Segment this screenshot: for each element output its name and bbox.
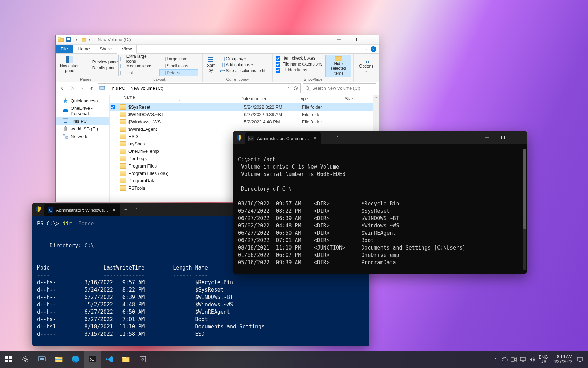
terminal-scrollbar-thumb[interactable]	[523, 149, 526, 229]
file-row[interactable]: $Windows.~WS5/2/2022 4:48 PMFile folder	[110, 118, 379, 125]
details-pane-button[interactable]: Details pane	[84, 65, 119, 71]
svg-rect-32	[63, 134, 65, 136]
maximize-button[interactable]	[495, 131, 511, 144]
generic-app-icon[interactable]	[134, 351, 151, 368]
layout-option[interactable]: Large icons	[159, 55, 198, 62]
layout-option[interactable]: Extra large icons	[119, 55, 158, 62]
file-explorer-taskbar-icon[interactable]	[50, 351, 67, 368]
size-all-columns-button[interactable]: Size all columns to fit	[219, 68, 266, 74]
settings-icon[interactable]	[17, 351, 34, 368]
taskbar[interactable]: ˄ ENGUS 8:14 AM6/27/2022	[0, 351, 588, 368]
explorer-titlebar[interactable]: ▾ ▾ | New Volume (C:)	[56, 35, 379, 45]
tab-share[interactable]: Share	[95, 45, 117, 53]
edge-browser-icon[interactable]	[67, 351, 84, 368]
start-button[interactable]	[0, 351, 17, 368]
svg-point-69	[142, 358, 144, 360]
cmd-window[interactable]: C:\ Administrator: Command Prom ✕ ＋ ˅ C:…	[233, 131, 527, 274]
new-tab-button[interactable]: ＋	[321, 135, 332, 141]
row-checkbox[interactable]	[111, 105, 115, 109]
close-button[interactable]	[363, 35, 379, 44]
address-bar[interactable]: › This PC › New Volume (C:) ˅	[98, 83, 291, 93]
layout-options[interactable]: Extra large iconsLarge iconsMedium icons…	[118, 55, 200, 76]
svg-rect-63	[55, 359, 62, 360]
options-button[interactable]: Options ▾	[356, 55, 377, 76]
file-row[interactable]: $SysReset5/24/2022 8:22 PMFile folder	[110, 103, 379, 111]
minimize-button[interactable]	[479, 131, 495, 144]
folder-icon	[120, 134, 126, 139]
tree-item[interactable]: workUSB (F:)	[56, 125, 109, 132]
folder-icon	[120, 141, 126, 146]
item-check-boxes-toggle[interactable]: Item check boxes	[275, 55, 323, 61]
maximize-button[interactable]	[347, 35, 363, 44]
minimize-button[interactable]	[331, 35, 347, 44]
back-button[interactable]	[58, 84, 66, 92]
tray-overflow-icon[interactable]: ˄	[491, 351, 500, 368]
qat-drop-icon[interactable]: ▾	[73, 36, 79, 43]
monitor-icon	[63, 118, 68, 124]
notifications-icon[interactable]	[576, 351, 584, 368]
hidden-items-toggle[interactable]: Hidden items	[275, 67, 323, 73]
hide-selected-items-button[interactable]: Hide selected items	[326, 55, 351, 77]
qat-save-icon[interactable]	[65, 36, 72, 43]
search-box[interactable]: Search New Volume (C:)	[303, 83, 376, 93]
language-indicator[interactable]: ENGUS	[537, 355, 550, 364]
clock[interactable]: 8:14 AM6/27/2022	[551, 355, 575, 364]
layout-option[interactable]: Medium icons	[119, 62, 158, 69]
file-row[interactable]: $WINDOWS.~BT6/27/2022 6:39 AMFile folder	[110, 111, 379, 118]
tab-close-icon[interactable]: ✕	[312, 136, 318, 141]
crumb-volume[interactable]: New Volume (C:)	[130, 86, 164, 91]
up-button[interactable]	[88, 84, 96, 92]
svg-rect-62	[55, 357, 58, 358]
svg-rect-31	[65, 126, 66, 127]
collapse-ribbon-icon[interactable]: ˄	[362, 48, 371, 53]
tree-item[interactable]: This PC	[56, 117, 109, 125]
group-by-button[interactable]: Group by ▾	[219, 56, 266, 62]
add-columns-button[interactable]: Add columns ▾	[219, 62, 266, 68]
qat-dropdown-icon[interactable]: ▾	[89, 38, 90, 41]
tree-item[interactable]: Network	[56, 132, 109, 140]
folder-tree[interactable]: Quick accessOneDrive - PersonalThis PCwo…	[56, 95, 110, 202]
tray-onedrive-icon[interactable]	[500, 351, 509, 368]
navigation-pane-button[interactable]: Navigation pane	[58, 54, 82, 76]
tree-item[interactable]: Quick access	[56, 97, 109, 104]
recent-dropdown-icon[interactable]: ▾	[78, 84, 86, 92]
svg-point-49	[24, 358, 26, 360]
explorer2-taskbar-icon[interactable]	[118, 351, 134, 368]
tab-home[interactable]: Home	[73, 45, 95, 53]
help-icon[interactable]: ?	[371, 46, 376, 52]
forward-button[interactable]	[68, 84, 76, 92]
new-tab-button[interactable]: ＋	[120, 206, 131, 213]
tray-meet-now-icon[interactable]	[510, 351, 518, 368]
svg-rect-15	[120, 71, 125, 75]
tree-item[interactable]: OneDrive - Personal	[56, 104, 109, 117]
layout-option[interactable]: List	[119, 69, 158, 76]
sort-by-button[interactable]: Sort by	[205, 54, 217, 76]
svg-rect-6	[354, 38, 357, 41]
terminal-taskbar-icon[interactable]	[84, 351, 101, 368]
tray-network-icon[interactable]	[519, 351, 527, 368]
close-button[interactable]	[511, 131, 527, 144]
tab-close-icon[interactable]: ✕	[111, 207, 117, 212]
task-view-icon[interactable]	[34, 351, 50, 368]
layout-option[interactable]: Small icons	[159, 62, 198, 69]
terminal-output[interactable]: C:\>dir /adh Volume in drive C is New Vo…	[233, 144, 527, 274]
address-dropdown-icon[interactable]: ˅	[288, 87, 289, 90]
refresh-button[interactable]	[291, 83, 301, 93]
tab-file[interactable]: File	[56, 45, 73, 53]
terminal-titlebar[interactable]: C:\ Administrator: Command Prom ✕ ＋ ˅	[233, 131, 527, 144]
show-desktop-button[interactable]	[585, 351, 587, 368]
terminal-tab[interactable]: C:\ Administrator: Command Prom ✕	[245, 132, 321, 144]
terminal-tab[interactable]: Administrator: Windows Powe ✕	[44, 204, 120, 216]
svg-rect-46	[9, 356, 12, 359]
vscode-taskbar-icon[interactable]	[101, 351, 118, 368]
file-name-extensions-toggle[interactable]: File name extensions	[275, 61, 323, 67]
tab-dropdown-icon[interactable]: ˅	[131, 207, 141, 211]
tray-volume-icon[interactable]	[528, 351, 536, 368]
layout-option[interactable]: Details	[159, 69, 198, 76]
tab-dropdown-icon[interactable]: ˅	[332, 136, 342, 140]
crumb-this-pc[interactable]: This PC	[109, 86, 126, 91]
select-all-checkbox[interactable]	[114, 97, 118, 101]
preview-pane-button[interactable]: Preview pane	[84, 59, 119, 65]
column-headers[interactable]: Name ˄ Date modified Type Size	[110, 95, 379, 103]
tab-view[interactable]: View	[117, 45, 137, 54]
